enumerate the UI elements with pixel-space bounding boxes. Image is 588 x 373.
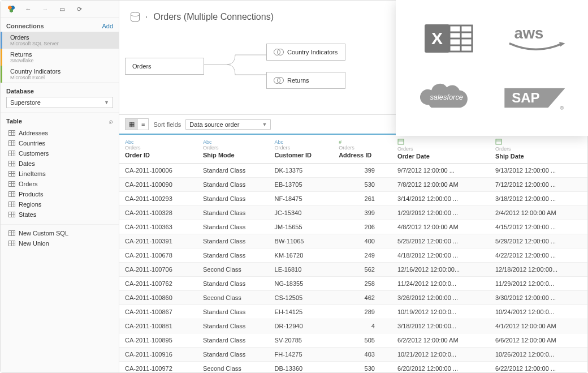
column-header[interactable]: #OrdersAddress ID [333,135,392,164]
cell: 289 [333,305,392,319]
table-row[interactable]: CA-2011-100895Standard ClassSV-207855056… [119,333,587,348]
column-type-icon: # [339,139,386,145]
table-row[interactable]: CA-2011-100363Standard ClassJM-156552064… [119,220,587,234]
table-item[interactable]: Customers [1,148,119,158]
grid-header-row: AbcOrdersOrder IDAbcOrdersShip ModeAbcOr… [119,135,587,164]
connection-item[interactable]: OrdersMicrosoft SQL Server [1,32,119,49]
cell: Standard Class [197,348,269,362]
table-row[interactable]: CA-2011-100706Second ClassLE-1681056212/… [119,263,587,277]
cell: JC-15340 [269,206,334,220]
cell: EH-14125 [269,305,334,319]
column-header[interactable]: AbcOrdersShip Mode [197,135,269,164]
column-header[interactable]: AbcOrdersOrder ID [119,135,197,164]
table-item[interactable]: Dates [1,158,119,169]
canvas-node-orders[interactable]: Orders [125,58,204,75]
table-item[interactable]: Addresses [1,128,119,138]
column-source: Orders [125,145,192,151]
table-item[interactable]: States [1,209,119,220]
table-row[interactable]: CA-2011-100293Standard ClassNF-184752613… [119,192,587,206]
column-header[interactable]: AbcOrdersCustomer ID [269,135,334,164]
table-item[interactable]: Products [1,189,119,199]
table-row[interactable]: CA-2011-100006Standard ClassDK-133753999… [119,164,587,178]
table-icon [8,181,15,187]
cell: CA-2011-100972 [119,362,197,373]
cell: 403 [333,348,392,362]
table-item[interactable]: Orders [1,179,119,189]
table-row[interactable]: CA-2011-100678Standard ClassKM-167202494… [119,248,587,263]
table-row[interactable]: CA-2011-100090Standard ClassEB-137055307… [119,178,587,192]
canvas-node-returns[interactable]: Returns [266,72,345,89]
table-row[interactable]: CA-2011-100860Second ClassCS-125054623/2… [119,291,587,305]
table-item[interactable]: Regions [1,199,119,209]
cell: 6/20/2012 12:00:00 ... [392,362,490,373]
search-icon[interactable]: ⌕ [109,118,113,125]
cell: NF-18475 [269,192,334,206]
cell: CA-2011-100881 [119,319,197,333]
cell: 11/29/2012 12:00:0... [490,277,587,291]
table-row[interactable]: CA-2011-100972Second ClassDB-133605306/2… [119,362,587,373]
cell: 400 [333,234,392,248]
new-union[interactable]: New Union [1,238,119,248]
presentation-icon[interactable]: ▭ [57,4,67,14]
cell: 10/19/2012 12:00:0... [392,305,490,319]
new-custom-sql[interactable]: New Custom SQL [1,228,119,238]
cell: 530 [333,178,392,192]
cell: Second Class [197,291,269,305]
table-row[interactable]: CA-2011-100867Standard ClassEH-141252891… [119,305,587,319]
connections-list: OrdersMicrosoft SQL ServerReturnsSnowfla… [1,32,119,83]
column-name: Ship Mode [203,152,263,158]
column-name: Customer ID [275,152,328,158]
column-name: Ship Date [495,153,582,160]
column-name: Order Date [397,153,484,160]
view-toggle[interactable]: ▦ ≡ [125,118,149,130]
forward-icon[interactable]: → [40,4,50,14]
cell: FH-14275 [269,348,334,362]
table-row[interactable]: CA-2011-100328Standard ClassJC-153403991… [119,206,587,220]
svg-rect-0 [398,139,404,144]
cell: 6/22/2012 12:00:00 ... [490,362,587,373]
cell: 3/26/2012 12:00:00 ... [392,291,490,305]
data-grid[interactable]: AbcOrdersOrder IDAbcOrdersShip ModeAbcOr… [119,135,587,372]
refresh-icon[interactable]: ⟳ [74,4,84,14]
connection-name: Orders [10,34,113,41]
toolbar: ← → ▭ ⟳ [1,1,119,18]
cell: 4/8/2012 12:00:00 AM [392,220,490,234]
column-header[interactable]: OrdersOrder Date [392,135,490,164]
table-icon [8,130,15,136]
canvas-node-country-indicators[interactable]: Country Indicators [266,44,345,61]
table-row[interactable]: CA-2011-100881Standard ClassDR-1294043/1… [119,319,587,333]
column-source: Orders [275,145,328,151]
back-icon[interactable]: ← [23,4,33,14]
cell: CA-2011-100867 [119,305,197,319]
cell: 7/8/2012 12:00:00 AM [392,178,490,192]
table-item[interactable]: LineItems [1,169,119,179]
column-header[interactable]: OrdersShip Date [490,135,587,164]
table-row[interactable]: CA-2011-100762Standard ClassNG-183552581… [119,277,587,291]
union-icon [8,241,15,246]
cell: 11/24/2012 12:00:0... [392,277,490,291]
cell: DR-12940 [269,319,334,333]
svg-rect-2 [496,139,501,144]
table-row[interactable]: CA-2011-100916Standard ClassFH-142754031… [119,348,587,362]
column-source: Orders [339,145,386,151]
cell: 6/2/2012 12:00:00 AM [392,333,490,348]
table-header: Table ⌕ [1,118,119,128]
list-view-icon[interactable]: ≡ [138,119,148,130]
connection-item[interactable]: ReturnsSnowflake [1,49,119,66]
table-label: Table [6,118,22,125]
grid-view-icon[interactable]: ▦ [126,119,138,130]
table-icon [8,191,15,197]
table-item[interactable]: Countries [1,138,119,148]
add-connection-link[interactable]: Add [102,23,113,29]
table-icon [8,161,15,166]
table-row[interactable]: CA-2011-100391Standard ClassBW-110654005… [119,234,587,248]
sort-select[interactable]: Data source order ▼ [185,119,271,130]
cell: 4/15/2012 12:00:00 ... [490,220,587,234]
database-select[interactable]: Superstore ▼ [6,97,113,108]
cell: CA-2011-100391 [119,234,197,248]
join-branch-lines [204,49,266,80]
datasource-name[interactable]: Orders (Multiple Connections) [153,12,274,22]
database-label: Database [6,88,113,95]
connection-item[interactable]: Country IndicatorsMicrosoft Excel [1,66,119,83]
database-value: Superstore [10,99,41,106]
